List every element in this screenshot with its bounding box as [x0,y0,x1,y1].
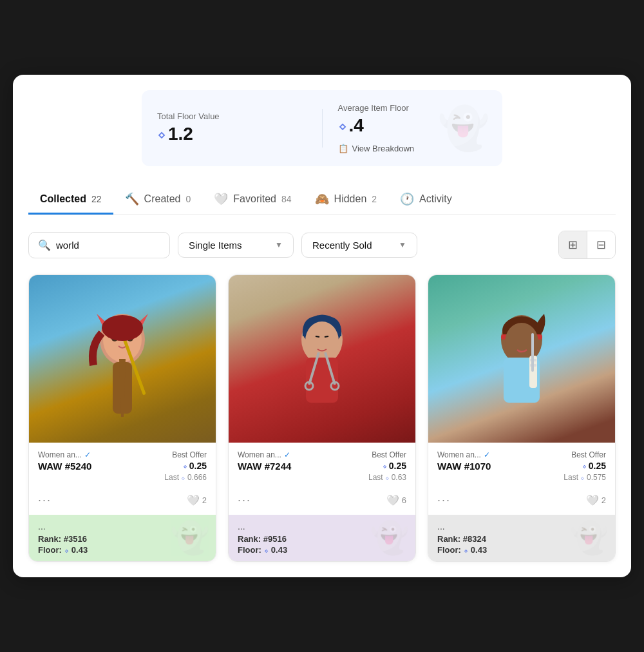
card-actions-1: ··· 🤍 6 [229,488,415,515]
tab-created-count: 0 [186,194,191,204]
tab-collected-count: 22 [91,194,102,204]
tab-collected[interactable]: Collected 22 [28,186,113,215]
tab-created-label: Created [144,193,181,205]
card-header-row-2: Women an... ✓ Best Offer [437,450,606,459]
recently-sold-chevron: ▼ [399,240,406,249]
search-box[interactable]: 🔍 [28,232,170,258]
nft-figure-2 [457,301,586,443]
heart-icon-1: 🤍 [386,494,399,506]
tab-hidden[interactable]: 🙈 Hidden 2 [303,184,389,216]
card-last-0: Last ⬦ 0.666 [164,473,207,482]
card-collection-1: Women an... ✓ [238,450,290,459]
offer-label-0: Best Offer [172,450,207,459]
card-name-row-1: WAW #7244 ⬦ 0.25 [238,461,406,472]
heart-icon-2: 🤍 [586,494,599,506]
nft-figure-0 [58,301,187,443]
card-info-1: Women an... ✓ Best Offer WAW #7244 ⬦ 0.2… [229,443,415,488]
svg-line-13 [325,336,328,337]
svg-rect-27 [531,333,534,372]
hidden-icon: 🙈 [315,192,329,206]
created-icon: 🔨 [125,192,139,206]
nft-card-2: Women an... ✓ Best Offer WAW #1070 ⬦ 0.2… [428,274,616,562]
eth-icon-total: ⬦ [157,126,166,142]
verified-badge-1: ✓ [284,450,290,459]
card-footer-2: ... Rank: #8324 Floor: ⬦ 0.43 👻 [428,515,615,561]
eth-floor-icon-1: ⬦ [264,546,269,554]
eth-offer-icon-0: ⬦ [183,462,187,470]
card-last-row-0: Last ⬦ 0.666 [38,473,207,482]
card-name-row-2: WAW #1070 ⬦ 0.25 [437,461,606,472]
grid-view-button[interactable]: ⊞ [559,231,587,258]
tab-hidden-count: 2 [372,194,377,204]
card-footer-1: ... Rank: #9516 Floor: ⬦ 0.43 👻 [229,515,415,561]
nft-card-1: Women an... ✓ Best Offer WAW #7244 ⬦ 0.2… [228,274,416,562]
toolbar: 🔍 Single Items ▼ Recently Sold ▼ ⊞ ⊟ [28,231,616,259]
fav-button-2[interactable]: 🤍 2 [586,494,606,506]
offer-label-1: Best Offer [372,450,406,459]
svg-point-6 [102,315,143,341]
tab-favorited-count: 84 [281,194,292,204]
card-info-2: Women an... ✓ Best Offer WAW #1070 ⬦ 0.2… [428,443,615,488]
card-last-2: Last ⬦ 0.575 [564,473,606,482]
offer-value-1: ⬦ 0.25 [383,461,406,471]
favorited-icon: 🤍 [214,192,228,206]
svg-line-12 [316,336,319,337]
total-floor-label: Total Floor Value [157,111,307,121]
ghost-icon-0: 👻 [171,520,209,556]
recently-sold-label: Recently Sold [312,240,372,251]
activity-icon: 🕐 [400,192,414,206]
single-items-dropdown[interactable]: Single Items ▼ [178,233,294,258]
single-items-chevron: ▼ [275,240,283,249]
fav-button-1[interactable]: 🤍 6 [386,494,406,506]
more-button-1[interactable]: ··· [238,494,251,507]
stats-divider [322,109,323,148]
search-icon: 🔍 [38,239,51,251]
card-header-row-0: Women an... ✓ Best Offer [38,450,207,459]
nft-figure-1 [258,301,386,443]
eth-last-icon-0: ⬦ [181,474,185,481]
tab-activity[interactable]: 🕐 Activity [388,184,464,216]
card-name-row-0: WAW #5240 ⬦ 0.25 [38,461,207,472]
eth-floor-icon-0: ⬦ [64,546,69,554]
eth-floor-icon-2: ⬦ [464,546,468,554]
tab-hidden-label: Hidden [334,193,367,205]
single-items-label: Single Items [189,240,242,251]
ghost-watermark: 👻 [438,104,489,152]
cards-grid: Women an... ✓ Best Offer WAW #5240 ⬦ 0.2… [28,274,616,562]
nft-card-0: Women an... ✓ Best Offer WAW #5240 ⬦ 0.2… [28,274,216,562]
eth-last-icon-1: ⬦ [385,474,390,481]
more-button-2[interactable]: ··· [437,494,451,507]
card-last-row-2: Last ⬦ 0.575 [437,473,606,482]
ghost-icon-2: 👻 [570,520,609,556]
view-toggle: ⊞ ⊟ [558,231,616,259]
search-input[interactable] [56,240,160,251]
total-floor-value: ⬦ 1.2 [157,124,307,144]
main-container: Total Floor Value ⬦ 1.2 Average Item Flo… [13,75,631,578]
eth-last-icon-2: ⬦ [580,474,585,481]
card-collection-2: Women an... ✓ [437,450,490,459]
card-last-1: Last ⬦ 0.63 [368,473,406,482]
tab-collected-label: Collected [40,193,86,205]
tab-created[interactable]: 🔨 Created 0 [113,184,203,216]
card-name-1: WAW #7244 [238,461,291,472]
nft-image-0 [29,275,216,443]
nft-image-1 [229,275,415,443]
recently-sold-dropdown[interactable]: Recently Sold ▼ [301,233,417,258]
card-collection-0: Women an... ✓ [38,450,91,459]
tab-activity-label: Activity [419,193,452,205]
list-view-button[interactable]: ⊟ [587,231,615,258]
verified-badge-2: ✓ [484,450,490,459]
nft-image-2 [428,275,615,443]
eth-offer-icon-2: ⬦ [582,462,587,470]
fav-button-0[interactable]: 🤍 2 [187,494,207,506]
card-name-0: WAW #5240 [38,461,91,472]
svg-point-9 [305,321,339,360]
more-button-0[interactable]: ··· [38,494,52,507]
card-name-2: WAW #1070 [437,461,491,472]
card-actions-2: ··· 🤍 2 [428,488,615,515]
card-info-0: Women an... ✓ Best Offer WAW #5240 ⬦ 0.2… [29,443,216,488]
card-header-row-1: Women an... ✓ Best Offer [238,450,406,459]
breakdown-icon: 📋 [338,144,348,153]
tab-favorited[interactable]: 🤍 Favorited 84 [202,184,303,216]
verified-badge-0: ✓ [84,450,91,459]
